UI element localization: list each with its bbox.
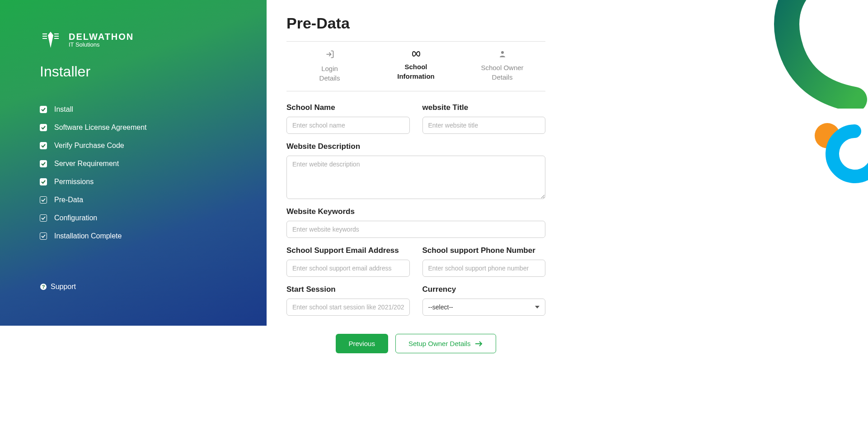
website-description-input[interactable] [286,156,545,199]
website-title-label: website Title [422,103,546,112]
step-permissions: Permissions [40,178,267,186]
substep-label: School Information [373,62,459,81]
previous-button[interactable]: Previous [336,334,388,353]
step-verify: Verify Purchase Code [40,142,267,150]
svg-rect-3 [54,33,59,34]
school-name-label: School Name [286,103,410,112]
brand-subtitle: IT Solutions [69,42,134,48]
logo-block: DELWATHON IT Solutions [40,29,267,51]
website-keywords-label: Website Keywords [286,207,545,216]
step-server: Server Requirement [40,160,267,168]
checkbox-checked-icon [40,124,47,131]
step-install: Install [40,105,267,114]
support-label: Support [51,283,76,291]
step-label: Verify Purchase Code [54,142,124,150]
step-predata: Pre-Data [40,196,267,204]
website-description-label: Website Description [286,142,545,151]
login-icon [286,50,373,61]
infinity-icon [373,50,459,59]
help-icon: ? [40,283,47,290]
step-complete: Installation Complete [40,232,267,240]
sidebar-title: Installer [40,63,267,80]
svg-rect-1 [42,36,47,37]
arrow-right-icon [475,341,483,347]
substep-owner[interactable]: School Owner Details [459,50,545,83]
step-license: Software License Agreement [40,123,267,132]
decorative-shapes-icon [809,113,868,204]
next-button[interactable]: Setup Owner Details [395,334,497,353]
step-label: Permissions [54,178,94,186]
school-name-input[interactable] [286,117,410,134]
step-configuration: Configuration [40,214,267,222]
support-email-label: School Support Email Address [286,246,410,255]
page-title: Pre-Data [286,14,846,32]
checkbox-outline-icon [40,196,47,204]
checkbox-checked-icon [40,142,47,149]
checkbox-checked-icon [40,106,47,113]
substep-label: Login Details [286,64,373,83]
checkbox-checked-icon [40,160,47,167]
support-phone-label: School support Phone Number [422,246,546,255]
substep-school[interactable]: School Information [373,50,459,83]
svg-point-11 [815,123,840,148]
website-keywords-input[interactable] [286,221,545,238]
svg-rect-0 [42,33,47,34]
step-label: Server Requirement [54,160,119,168]
svg-text:?: ? [42,284,45,289]
checkbox-checked-icon [40,178,47,185]
brand-name: DELWATHON [69,32,134,42]
support-link[interactable]: ? Support [40,283,267,291]
form: School Name website Title Website Descri… [286,103,545,316]
svg-rect-2 [42,38,47,39]
step-list: Install Software License Agreement Verif… [40,105,267,250]
svg-rect-4 [54,36,59,37]
previous-button-label: Previous [349,340,375,347]
checkbox-outline-icon [40,232,47,240]
step-label: Install [54,105,73,114]
currency-label: Currency [422,285,546,294]
svg-point-9 [501,51,504,54]
step-label: Configuration [54,214,97,222]
start-session-input[interactable] [286,299,410,316]
step-label: Pre-Data [54,196,83,204]
website-title-input[interactable] [422,117,546,134]
support-phone-input[interactable] [422,260,546,277]
step-label: Software License Agreement [54,123,147,132]
next-button-label: Setup Owner Details [408,340,471,347]
user-icon [459,50,545,60]
svg-rect-5 [54,38,59,39]
start-session-label: Start Session [286,285,410,294]
step-label: Installation Complete [54,232,122,240]
button-row: Previous Setup Owner Details [286,334,545,353]
checkbox-outline-icon [40,214,47,222]
substep-label: School Owner Details [459,63,545,82]
sub-step-nav: Login Details School Information School … [286,41,545,91]
support-email-input[interactable] [286,260,410,277]
brand-text: DELWATHON IT Solutions [69,32,134,48]
sidebar: DELWATHON IT Solutions Installer Install… [0,0,267,326]
main-content: Pre-Data Login Details School Informatio… [267,0,868,446]
currency-select[interactable]: --select-- [422,299,546,316]
brand-logo-icon [40,29,61,51]
substep-login[interactable]: Login Details [286,50,373,83]
